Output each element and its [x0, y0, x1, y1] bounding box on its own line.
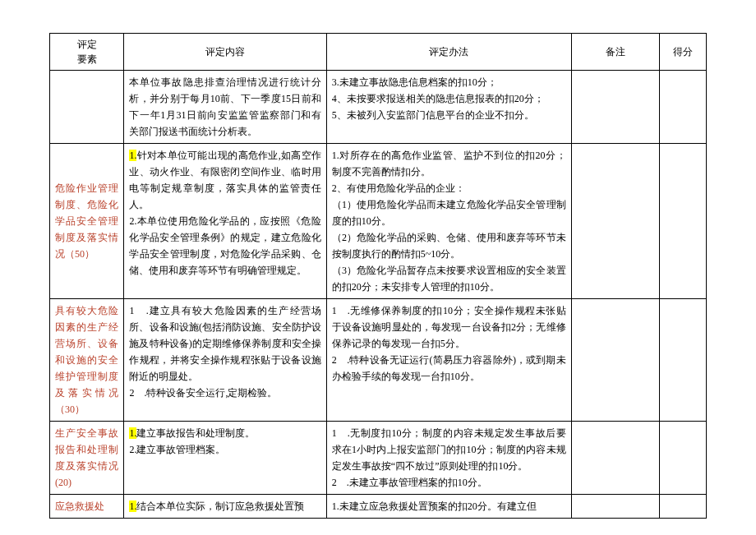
content-cell: 本单位事故隐患排查治理情况进行统计分析，并分别于每月10前、下一季度15日前和下…	[124, 71, 326, 144]
table-row: 本单位事故隐患排查治理情况进行统计分析，并分别于每月10前、下一季度15日前和下…	[50, 71, 707, 144]
content-cell: 1.建立事故报告和处理制度。 2.建立事故管理档案。	[124, 422, 326, 495]
content-text: 建立事故报告和处理制度。 2.建立事故管理档案。	[129, 427, 255, 455]
score-cell	[660, 495, 707, 519]
element-cell: 应急救援处	[50, 495, 124, 519]
content-text: 本单位事故隐患排查治理情况进行统计分析，并分别于每月10前、下一季度15日前和下…	[129, 76, 320, 137]
content-cell: 1.结合本单位实际，制订应急救援处置预	[124, 495, 326, 519]
score-cell	[660, 144, 707, 299]
table-header-row: 评定 要素 评定内容 评定办法 备注 得分	[50, 34, 707, 71]
element-cell: 具有较大危险因素的生产经营场所、设备和设施的安全维护管理制度及落实情况（30）	[50, 299, 124, 422]
method-cell: 1 .无制度扣10分；制度的内容未规定发生事故后要求在1小时内上报安监部门的扣1…	[326, 422, 571, 495]
header-remark: 备注	[571, 34, 660, 71]
method-cell: 1.未建立应急救援处置预案的扣20分。有建立但	[326, 495, 571, 519]
score-cell	[660, 71, 707, 144]
score-cell	[660, 422, 707, 495]
content-cell: 1 .建立具有较大危险因素的生产经营场所、设备和设施(包括消防设施、安全防护设施…	[124, 299, 326, 422]
content-text: 结合本单位实际，制订应急救援处置预	[136, 500, 304, 512]
remark-cell	[571, 144, 660, 299]
assessment-table: 评定 要素 评定内容 评定办法 备注 得分 本单位事故隐患排查治理情况进行统计分…	[49, 33, 707, 519]
header-element-line2: 要素	[77, 53, 97, 65]
header-element-line1: 评定	[77, 39, 97, 50]
method-cell: 3.未建立事故隐患信息档案的扣10分； 4、未按要求报送相关的隐患信息报表的扣2…	[326, 71, 571, 144]
content-text: 1 .建立具有较大危险因素的生产经营场所、设备和设施(包括消防设施、安全防护设施…	[129, 305, 320, 399]
header-method: 评定办法	[326, 34, 571, 71]
header-content: 评定内容	[124, 34, 326, 71]
element-cell: 危险作业管理制度、危险化学品安全管理制度及落实情况（50）	[50, 144, 124, 299]
content-cell: 1.针对本单位可能出现的高危作业,如高空作业、动火作业、有限密闭空间作业、临时用…	[124, 144, 326, 299]
table-row: 生产安全事故报告和处理制度及落实情况(20)1.建立事故报告和处理制度。 2.建…	[50, 422, 707, 495]
header-element: 评定 要素	[50, 34, 124, 71]
method-cell: 1 .无维修保养制度的扣10分；安全操作规程未张贴于设备设施明显处的，每发现一台…	[326, 299, 571, 422]
header-score: 得分	[660, 34, 707, 71]
score-cell	[660, 299, 707, 422]
remark-cell	[571, 299, 660, 422]
remark-cell	[571, 495, 660, 519]
content-text: 针对本单位可能出现的高危作业,如高空作业、动火作业、有限密闭空间作业、临时用电等…	[129, 150, 320, 276]
element-cell: 生产安全事故报告和处理制度及落实情况(20)	[50, 422, 124, 495]
element-cell	[50, 71, 124, 144]
remark-cell	[571, 71, 660, 144]
table-row: 具有较大危险因素的生产经营场所、设备和设施的安全维护管理制度及落实情况（30）1…	[50, 299, 707, 422]
table-row: 应急救援处1.结合本单位实际，制订应急救援处置预1.未建立应急救援处置预案的扣2…	[50, 495, 707, 519]
remark-cell	[571, 422, 660, 495]
method-cell: 1.对所存在的高危作业监管、监护不到位的扣20分；制度不完善酌情扣分。 2、有使…	[326, 144, 571, 299]
table-row: 危险作业管理制度、危险化学品安全管理制度及落实情况（50）1.针对本单位可能出现…	[50, 144, 707, 299]
